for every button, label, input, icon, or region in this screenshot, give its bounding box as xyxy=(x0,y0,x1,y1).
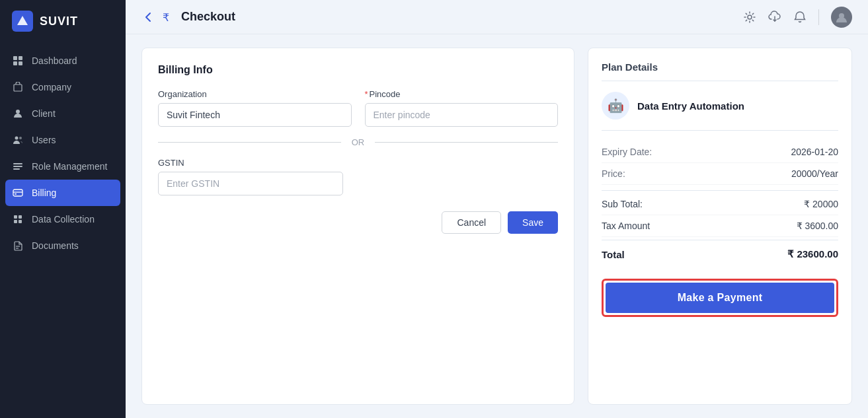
plan-card-title: Plan Details xyxy=(602,61,838,81)
sidebar-item-data-collection[interactable]: Data Collection xyxy=(0,206,126,232)
svg-rect-16 xyxy=(19,215,22,219)
gstin-label: GSTIN xyxy=(158,158,343,168)
topbar-divider xyxy=(818,9,819,25)
sidebar-item-users[interactable]: Users xyxy=(0,127,126,153)
svg-point-6 xyxy=(16,110,20,114)
plan-row-total: Total ₹ 23600.00 xyxy=(602,240,838,265)
plan-name: Data Entry Automation xyxy=(637,100,744,112)
plan-row-tax: Tax Amount ₹ 3600.00 xyxy=(602,215,838,237)
make-payment-button[interactable]: Make a Payment xyxy=(606,283,834,313)
plan-details-card: Plan Details 🤖 Data Entry Automation Exp… xyxy=(588,48,852,405)
content: Billing Info Organization *Pincode OR xyxy=(126,34,868,418)
total-label: Total xyxy=(602,249,625,260)
sidebar-item-label: Users xyxy=(32,135,56,145)
sidebar-item-label: Company xyxy=(32,82,71,92)
svg-rect-11 xyxy=(13,168,20,170)
svg-rect-17 xyxy=(14,220,17,223)
total-value: ₹ 23600.00 xyxy=(787,248,838,260)
settings-icon[interactable] xyxy=(743,11,756,24)
sidebar-item-label: Billing xyxy=(32,188,56,198)
plan-row-expiry: Expiry Date: 2026-01-20 xyxy=(602,141,838,163)
documents-icon xyxy=(12,240,24,252)
billing-form-title: Billing Info xyxy=(158,64,558,76)
price-label: Price: xyxy=(602,168,625,179)
dashboard-icon xyxy=(12,55,24,67)
sidebar: SUVIT Dashboard Company xyxy=(0,0,126,418)
sidebar-item-company[interactable]: Company xyxy=(0,74,126,100)
subtotal-value: ₹ 20000 xyxy=(804,199,838,209)
svg-marker-0 xyxy=(17,16,28,25)
required-star: * xyxy=(365,89,368,99)
avatar[interactable] xyxy=(831,7,852,28)
or-divider: OR xyxy=(158,137,558,147)
payment-button-wrapper: Make a Payment xyxy=(602,279,838,317)
svg-point-22 xyxy=(748,15,752,19)
sidebar-nav: Dashboard Company Client xyxy=(0,42,126,418)
sidebar-item-billing[interactable]: Billing xyxy=(5,180,120,206)
form-actions: Cancel Save xyxy=(158,211,558,234)
back-button[interactable] xyxy=(141,11,155,24)
sidebar-item-label: Role Management xyxy=(32,161,107,172)
gstin-input[interactable] xyxy=(158,172,343,195)
svg-rect-5 xyxy=(14,85,22,91)
tax-label: Tax Amount xyxy=(602,221,650,231)
svg-rect-1 xyxy=(13,56,17,60)
billing-icon xyxy=(12,187,24,199)
form-row-gstin: GSTIN xyxy=(158,158,558,195)
cloud-icon[interactable] xyxy=(768,11,781,24)
plan-details-rows: Expiry Date: 2026-01-20 Price: 20000/Yea… xyxy=(602,141,838,265)
svg-point-8 xyxy=(19,137,22,139)
svg-point-7 xyxy=(15,137,19,140)
cancel-button[interactable]: Cancel xyxy=(442,211,501,234)
notification-icon[interactable] xyxy=(793,11,807,24)
or-text: OR xyxy=(352,137,365,147)
tax-value: ₹ 3600.00 xyxy=(797,221,839,231)
form-group-org: Organization xyxy=(158,89,352,127)
svg-rect-14 xyxy=(15,193,17,195)
rupee-icon: ₹ xyxy=(161,11,175,24)
client-icon xyxy=(12,108,24,120)
sidebar-item-role-management[interactable]: Role Management xyxy=(0,153,126,180)
svg-rect-18 xyxy=(19,220,22,223)
logo-icon xyxy=(12,11,33,32)
plan-icon: 🤖 xyxy=(602,92,629,120)
billing-form-card: Billing Info Organization *Pincode OR xyxy=(141,48,574,405)
pincode-input[interactable] xyxy=(365,103,559,127)
org-input[interactable] xyxy=(158,103,352,127)
data-icon xyxy=(12,213,24,225)
company-icon xyxy=(12,81,24,93)
org-label: Organization xyxy=(158,89,352,99)
svg-text:₹: ₹ xyxy=(163,12,169,23)
users-icon xyxy=(12,134,24,146)
sidebar-item-client[interactable]: Client xyxy=(0,100,126,127)
sidebar-item-label: Data Collection xyxy=(32,214,95,225)
save-button[interactable]: Save xyxy=(508,211,558,234)
sidebar-item-label: Client xyxy=(32,108,56,119)
expiry-label: Expiry Date: xyxy=(602,147,652,157)
sidebar-item-label: Dashboard xyxy=(32,55,77,66)
sidebar-logo: SUVIT xyxy=(0,0,126,42)
main: ₹ Checkout xyxy=(126,0,868,418)
svg-rect-2 xyxy=(19,56,22,60)
expiry-value: 2026-01-20 xyxy=(791,147,838,157)
svg-rect-12 xyxy=(13,190,22,196)
svg-rect-3 xyxy=(13,61,17,65)
sidebar-item-documents[interactable]: Documents xyxy=(0,232,126,259)
plan-row-price: Price: 20000/Year xyxy=(602,163,838,185)
svg-rect-15 xyxy=(14,215,17,219)
form-row-org-pincode: Organization *Pincode xyxy=(158,89,558,127)
form-group-gstin: GSTIN xyxy=(158,158,343,195)
svg-rect-9 xyxy=(13,163,22,164)
form-group-pincode: *Pincode xyxy=(365,89,559,127)
logo-text: SUVIT xyxy=(40,15,78,28)
pincode-label: *Pincode xyxy=(365,89,559,99)
sidebar-item-label: Documents xyxy=(32,240,79,251)
plan-header: 🤖 Data Entry Automation xyxy=(602,92,838,131)
role-icon xyxy=(12,160,24,172)
price-value: 20000/Year xyxy=(791,168,838,179)
topbar-actions xyxy=(743,7,852,28)
sidebar-item-dashboard[interactable]: Dashboard xyxy=(0,48,126,74)
page-title: Checkout xyxy=(181,10,736,24)
svg-rect-10 xyxy=(13,166,22,167)
topbar: ₹ Checkout xyxy=(126,0,868,34)
